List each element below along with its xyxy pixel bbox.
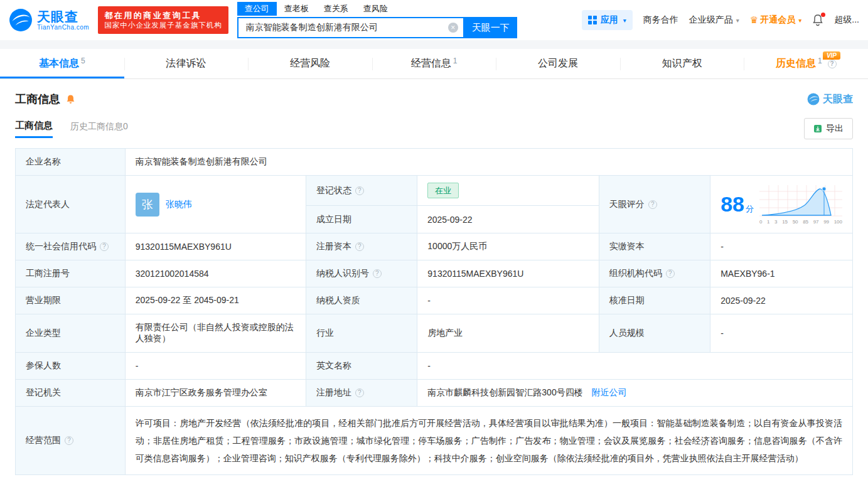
- label-registered-address: 注册地址: [306, 380, 417, 407]
- apps-menu[interactable]: 应用 ▾: [582, 10, 633, 30]
- tab-search-relation[interactable]: 查关系: [316, 2, 356, 16]
- subtab-history-business-info[interactable]: 历史工商信息0: [70, 121, 128, 137]
- logo-subtitle: TianYanCha.com: [37, 24, 89, 31]
- business-info-table: 企业名称 南京智能装备制造创新港有限公司 法定代表人 张 张晓伟 登记状态 在业: [15, 148, 853, 475]
- tab-label: 知识产权: [662, 57, 702, 70]
- open-vip-link[interactable]: ♛ 开通会员 ▾: [750, 14, 801, 26]
- crown-icon: ♛: [750, 14, 758, 26]
- value-english-name: -: [417, 353, 853, 380]
- tab-search-company[interactable]: 查公司: [237, 2, 277, 16]
- help-icon: [666, 269, 675, 278]
- value-business-scope: 许可项目：房地产开发经营（依法须经批准的项目，经相关部门批准后方可开展经营活动，…: [125, 407, 852, 475]
- tab-badge: 1: [818, 56, 822, 65]
- address-text: 南京市麒麟科技创新园智汇路300号四楼: [427, 387, 582, 397]
- export-button[interactable]: 导出: [804, 118, 853, 139]
- help-icon: [828, 60, 837, 68]
- export-label: 导出: [826, 123, 844, 134]
- brand-watermark: 天眼查: [807, 93, 853, 106]
- table-row: 法定代表人 张 张晓伟 登记状态 在业 成立日期: [16, 176, 853, 233]
- label-english-name: 英文名称: [306, 353, 417, 380]
- tab-label: 公司发展: [538, 57, 578, 70]
- vip-badge: VIP: [823, 51, 840, 60]
- tab-label: 经营风险: [290, 57, 330, 70]
- export-icon: [813, 124, 822, 133]
- label-insured-number: 参保人数: [16, 353, 126, 380]
- tab-history-info[interactable]: VIP 历史信息 1: [744, 49, 868, 78]
- open-vip-label: 开通会员: [760, 14, 795, 26]
- value-registered-capital: 10000万人民币: [417, 233, 599, 260]
- clear-icon[interactable]: ×: [448, 23, 458, 33]
- label-business-scope: 经营范围: [16, 407, 126, 475]
- help-icon: [355, 186, 364, 195]
- business-cooperation-link[interactable]: 商务合作: [643, 14, 678, 26]
- value-approval-date: 2025-09-22: [710, 287, 853, 314]
- score-unit: 分: [746, 204, 754, 213]
- value-industry: 房地产业: [417, 314, 599, 353]
- label-registration-authority: 登记机关: [16, 380, 126, 407]
- value-org-code: MAEXBY96-1: [710, 260, 853, 287]
- tab-badge: 5: [81, 56, 85, 65]
- tab-operation-risk[interactable]: 经营风险: [248, 49, 372, 78]
- label-registration-number: 工商注册号: [16, 260, 126, 287]
- label-establish-date: 成立日期: [306, 206, 417, 233]
- main-content: 工商信息 天眼查 工商信息 历史工商信息0 导出: [0, 92, 868, 482]
- help-icon: [100, 242, 109, 251]
- table-row: 经营范围 许可项目：房地产开发经营（依法须经批准的项目，经相关部门批准后方可开展…: [16, 407, 853, 475]
- tab-search-boss[interactable]: 查老板: [277, 2, 316, 16]
- value-establish-date: 2025-09-22: [417, 206, 599, 233]
- help-icon: [355, 242, 364, 251]
- slogan-badge: 都在用的商业查询工具 国家中小企业发展子基金旗下机构: [98, 6, 228, 34]
- value-registration-number: 320121002014584: [125, 260, 306, 287]
- label-registered-capital: 注册资本: [306, 233, 417, 260]
- value-registration-authority: 南京市江宁区政务服务管理办公室: [125, 380, 306, 407]
- tianyancha-logo-icon: [807, 93, 820, 105]
- search-area: 查公司 查老板 查关系 查风险 × 天眼一下: [237, 2, 517, 38]
- label-tianyan-score: 天眼评分: [599, 176, 710, 233]
- chevron-down-icon: ▾: [736, 17, 739, 24]
- tab-label: 法律诉讼: [166, 57, 206, 70]
- table-row: 参保人数 - 英文名称 -: [16, 353, 853, 380]
- chevron-down-icon: ▾: [798, 17, 801, 24]
- tab-intellectual-property[interactable]: 知识产权: [620, 49, 744, 78]
- notification-dot: [821, 13, 825, 17]
- tab-label: 基本信息: [39, 57, 79, 70]
- subtab-bar: 工商信息 历史工商信息0 导出: [15, 118, 853, 139]
- table-row: 营业期限 2025-09-22 至 2045-09-21 纳税人资质 - 核准日…: [16, 287, 853, 314]
- label-paid-capital: 实缴资本: [599, 233, 710, 260]
- value-company-name: 南京智能装备制造创新港有限公司: [125, 149, 852, 176]
- score-value: 88分: [721, 192, 754, 217]
- help-icon: [355, 388, 364, 397]
- label-company-type: 企业类型: [16, 314, 126, 353]
- tab-company-development[interactable]: 公司发展: [496, 49, 620, 78]
- table-row: 企业类型 有限责任公司（非自然人投资或控股的法人独资） 行业 房地产业 人员规模…: [16, 314, 853, 353]
- tab-operation-info[interactable]: 经营信息 1: [372, 49, 496, 78]
- search-input[interactable]: [238, 23, 463, 33]
- score-chart: 0131550859799100: [759, 184, 842, 225]
- tianyancha-logo[interactable]: 天眼查 TianYanCha.com: [9, 8, 89, 32]
- section-title: 工商信息: [15, 92, 60, 107]
- avatar[interactable]: 张: [136, 193, 159, 217]
- enterprise-products-label: 企业级产品: [689, 14, 733, 26]
- legal-rep-link[interactable]: 张晓伟: [166, 199, 192, 210]
- search-button[interactable]: 天眼一下: [464, 17, 517, 38]
- tab-basic-info[interactable]: 基本信息 5: [0, 49, 124, 78]
- search-type-tabs: 查公司 查老板 查关系 查风险: [237, 2, 517, 16]
- label-industry: 行业: [306, 314, 417, 353]
- notifications-bell[interactable]: [812, 14, 823, 26]
- subscribe-bell-icon[interactable]: [65, 94, 76, 105]
- value-taxpayer-id: 91320115MAEXBY961U: [417, 260, 599, 287]
- enterprise-products-link[interactable]: 企业级产品 ▾: [689, 14, 739, 26]
- tab-label: 历史信息: [776, 57, 816, 70]
- label-org-code: 组织机构代码: [599, 260, 710, 287]
- slogan-line1: 都在用的商业查询工具: [104, 10, 222, 21]
- label-credit-code: 统一社会信用代码: [16, 233, 126, 260]
- super-vip-link[interactable]: 超级...: [834, 14, 859, 26]
- value-registration-status: 在业: [417, 176, 599, 206]
- subtab-business-info[interactable]: 工商信息: [15, 120, 53, 138]
- value-business-term: 2025-09-22 至 2045-09-21: [125, 287, 306, 314]
- tab-search-risk[interactable]: 查风险: [356, 2, 395, 16]
- label-company-name: 企业名称: [16, 149, 126, 176]
- nearby-companies-link[interactable]: 附近公司: [592, 387, 627, 397]
- tab-legal-proceedings[interactable]: 法律诉讼: [124, 49, 249, 78]
- header-links: 应用 ▾ 商务合作 企业级产品 ▾ ♛ 开通会员 ▾ 超级...: [582, 10, 859, 30]
